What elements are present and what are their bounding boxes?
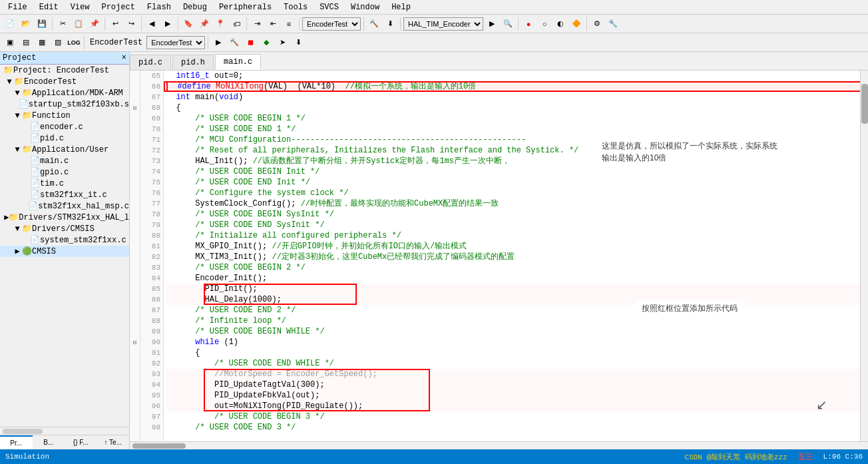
settings-btn[interactable]: ⚙ (590, 17, 604, 31)
paste-btn[interactable]: 📌 (87, 17, 102, 31)
t2-btn5[interactable]: LOG (67, 35, 81, 50)
debug-stop-btn[interactable]: ○ (537, 17, 552, 31)
debug4-btn[interactable]: 🔶 (569, 17, 584, 31)
t2-green-btn[interactable]: ◆ (259, 35, 274, 50)
save-btn[interactable]: 💾 (35, 17, 49, 31)
code-content[interactable]: int16_t out=0; #define MoNiXiTong(VAL) (… (164, 71, 868, 433)
tabs-bar: pid.c pid.h main.c (130, 52, 868, 71)
t2-btn1[interactable]: ▣ (3, 35, 17, 50)
sidebar-item-function[interactable]: ▼ 📁 Function (0, 110, 129, 121)
search-combo[interactable]: HAL_TIM_Encoder (403, 17, 483, 31)
sidebar-project-root[interactable]: 📁 Project: EncoderTest (0, 65, 129, 76)
sidebar-item-drivers-cmsis[interactable]: ▼ 📁 Drivers/CMSIS (0, 223, 129, 234)
sep-t2 (84, 36, 85, 49)
sidebar-tab-templates[interactable]: ↑ Te... (97, 435, 130, 449)
sidebar-item-encoder[interactable]: ▶ 📄 encoder.c (0, 121, 129, 132)
copy-btn[interactable]: 📋 (71, 17, 86, 31)
bookmark4-btn[interactable]: 🏷 (229, 17, 244, 31)
t2-down-btn[interactable]: ⬇ (291, 35, 306, 50)
indent-btn[interactable]: ⇥ (250, 17, 264, 31)
menu-file[interactable]: File (3, 1, 33, 13)
sidebar-tab-books[interactable]: B... (33, 435, 65, 449)
t2-arrow-btn[interactable]: ➤ (275, 35, 290, 50)
new-file-btn[interactable]: 📄 (3, 17, 17, 31)
search2-btn[interactable]: 🔍 (501, 17, 515, 31)
tab-pid-h[interactable]: pid.h (172, 55, 214, 70)
fold-icon-68[interactable]: ⊟ (130, 103, 140, 113)
t2-stop-btn[interactable]: ◼ (243, 35, 258, 50)
linenum-86: 86 (140, 294, 163, 305)
bookmark2-btn[interactable]: 📌 (197, 17, 212, 31)
sidebar-item-drivers-stm32[interactable]: ▶ 📁 Drivers/STM32F1xx_HAL_l (0, 212, 129, 223)
tab-main-c[interactable]: main.c (215, 54, 261, 70)
vscrollbar[interactable] (860, 71, 868, 441)
build-btn[interactable]: 🔨 (367, 17, 381, 31)
menu-tools[interactable]: Tools (278, 1, 313, 13)
bookmark3-btn[interactable]: 📍 (213, 17, 228, 31)
code-line-89: /* USER CODE BEGIN WHILE */ (166, 326, 865, 337)
cut-btn[interactable]: ✂ (55, 17, 70, 31)
menu-view[interactable]: View (65, 1, 95, 13)
menu-project[interactable]: Project (96, 1, 140, 13)
sidebar-item-mdk[interactable]: ▼ 📁 Application/MDK-ARM (0, 87, 129, 99)
linenum-95: 95 (140, 390, 163, 401)
sidebar-item-tim[interactable]: ▶ 📄 tim.c (0, 178, 129, 189)
sidebar-item-hal-msp[interactable]: ▶ 📄 stm32f1xx_hal_msp.c (0, 200, 129, 212)
menu-svcs[interactable]: SVCS (314, 1, 344, 13)
vscroll-thumb[interactable] (861, 84, 868, 124)
sidebar-header: Project × (0, 52, 129, 65)
menu-debug[interactable]: Debug (178, 1, 212, 13)
menu-help[interactable]: Help (386, 1, 416, 13)
linenum-85: 85 (140, 284, 163, 294)
menu-edit[interactable]: Edit (34, 1, 64, 13)
sidebar-item-system[interactable]: ▶ 📄 system_stm32f1xx.c (0, 234, 129, 246)
t2-run-btn[interactable]: ▶ (211, 35, 226, 50)
debug3-btn[interactable]: ◐ (553, 17, 568, 31)
sidebar-close-btn[interactable]: × (122, 53, 126, 63)
sidebar-hscroll[interactable] (0, 427, 129, 435)
sidebar-item-it[interactable]: ▶ 📄 stm32f1xx_it.c (0, 189, 129, 200)
sidebar-item-cmsis[interactable]: ▶ 🟢 CMSIS (0, 246, 129, 257)
undo-btn[interactable]: ↩ (108, 17, 122, 31)
status-watermark: 五三 (798, 452, 813, 462)
linenum-90: 90 (140, 337, 163, 348)
t2-btn2[interactable]: ▤ (19, 35, 33, 50)
fold-icon-91[interactable]: ⊟ (130, 337, 140, 348)
sidebar-item-startup[interactable]: ▶ 📄 startup_stm32f103xb.s (0, 99, 129, 110)
next-btn[interactable]: ▶ (160, 17, 175, 31)
item-label: tim.c (40, 179, 64, 188)
debug-start-btn[interactable]: ● (521, 17, 536, 31)
sidebar-item-pid-c[interactable]: ▶ 📄 pid.c (0, 132, 129, 144)
project-combo[interactable]: EncoderTest (302, 17, 361, 31)
linenum-76: 76 (140, 188, 163, 198)
fold-placeholder (130, 358, 140, 369)
t2-btn4[interactable]: ▧ (51, 35, 65, 50)
menu-flash[interactable]: Flash (142, 1, 176, 13)
open-btn[interactable]: 📂 (19, 17, 33, 31)
hscrollbar[interactable] (130, 441, 868, 449)
hscroll-thumb[interactable] (132, 443, 186, 449)
tools2-btn[interactable]: 🔧 (606, 17, 620, 31)
tab-pid-c[interactable]: pid.c (130, 55, 171, 70)
menu-peripherals[interactable]: Peripherals (214, 1, 277, 13)
file-icon: 📄 (28, 201, 38, 211)
redo-btn[interactable]: ↪ (124, 17, 138, 31)
menu-window[interactable]: Window (345, 1, 385, 13)
fold-placeholder (130, 113, 140, 124)
bookmark-btn[interactable]: 🔖 (181, 17, 196, 31)
sidebar-item-appuser[interactable]: ▼ 📁 Application/User (0, 144, 129, 155)
t2-combo[interactable]: EncoderTest (146, 36, 205, 49)
t2-compile-btn[interactable]: 🔨 (227, 35, 242, 50)
t2-btn3[interactable]: ▦ (35, 35, 49, 50)
search-go-btn[interactable]: ▶ (485, 17, 499, 31)
load-btn[interactable]: ⬇ (383, 17, 397, 31)
sidebar-tab-project[interactable]: Pr... (0, 435, 33, 449)
sidebar-item-main-c[interactable]: ▶ 📄 main.c (0, 155, 129, 166)
sidebar-item-gpio[interactable]: ▶ 📄 gpio.c (0, 166, 129, 178)
linenum-67: 67 (140, 92, 163, 103)
format-btn[interactable]: ≡ (282, 17, 296, 31)
sidebar-tab-functions[interactable]: {} F... (65, 435, 97, 449)
sidebar-item-encodertest[interactable]: ▼ 📁 EncoderTest (0, 76, 129, 87)
outdent-btn[interactable]: ⇤ (266, 17, 280, 31)
prev-btn[interactable]: ◀ (144, 17, 159, 31)
